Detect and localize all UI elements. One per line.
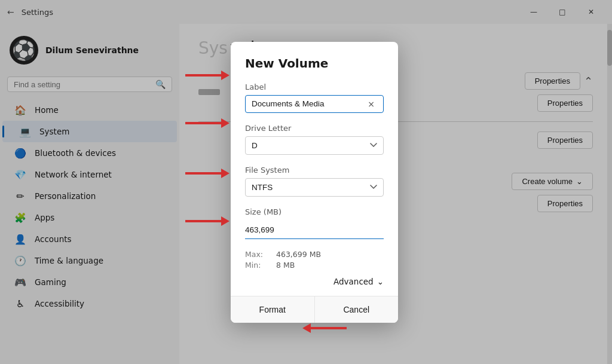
size-input-wrapper[interactable]: [245, 220, 384, 239]
advanced-chevron-icon: ⌄: [377, 277, 384, 286]
clear-label-button[interactable]: ×: [365, 99, 377, 109]
file-system-group: File System NTFS FAT32 exFAT: [231, 166, 398, 197]
max-label: Max:: [245, 250, 267, 259]
modal-footer: Format Cancel: [231, 296, 398, 323]
drive-letter-select[interactable]: D E F: [245, 136, 384, 155]
new-volume-modal: New Volume Label × Drive Letter D E F Fi…: [231, 42, 398, 323]
min-value: 8 MB: [276, 261, 295, 270]
label-field-label: Label: [245, 82, 384, 91]
file-system-label: File System: [245, 166, 384, 175]
modal-title: New Volume: [245, 56, 384, 71]
advanced-section[interactable]: Advanced ⌄: [231, 277, 398, 286]
min-size-row: Min: 8 MB: [245, 261, 384, 270]
label-input-wrapper[interactable]: ×: [245, 95, 384, 113]
format-button[interactable]: Format: [231, 296, 315, 323]
modal-title-section: New Volume: [231, 42, 398, 71]
min-label: Min:: [245, 261, 267, 270]
size-field-group: Size (MB): [231, 207, 398, 239]
max-size-row: Max: 463,699 MB: [245, 250, 384, 259]
size-label: Size (MB): [245, 207, 384, 216]
cancel-button[interactable]: Cancel: [315, 296, 399, 323]
size-input[interactable]: [245, 225, 384, 234]
file-system-select[interactable]: NTFS FAT32 exFAT: [245, 178, 384, 197]
label-input[interactable]: [252, 99, 365, 108]
advanced-label: Advanced: [333, 277, 374, 286]
label-field-group: Label ×: [231, 82, 398, 113]
drive-letter-group: Drive Letter D E F: [231, 124, 398, 155]
size-info: Max: 463,699 MB Min: 8 MB: [231, 250, 398, 270]
max-value: 463,699 MB: [276, 250, 321, 259]
drive-letter-label: Drive Letter: [245, 124, 384, 133]
